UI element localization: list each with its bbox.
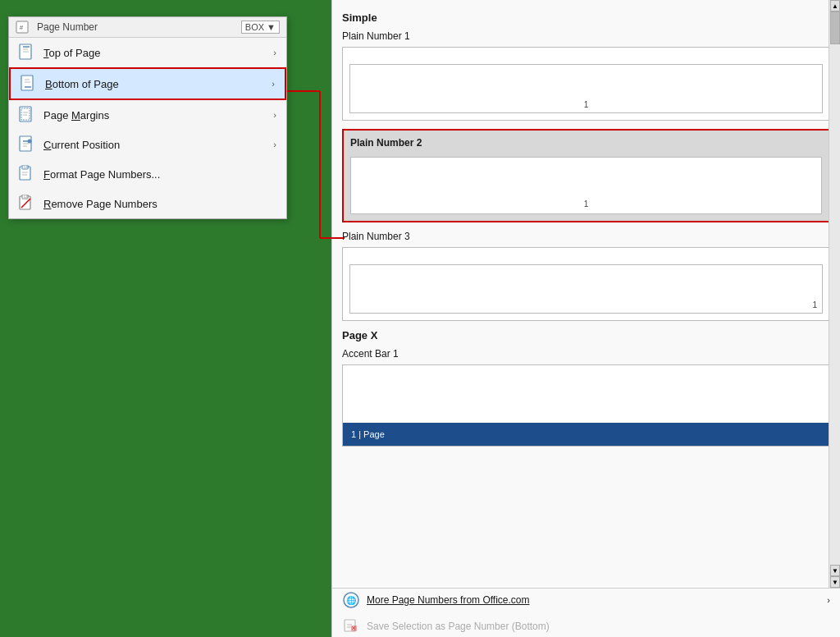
menu-item-remove-page-numbers[interactable]: 123 Remove Page Numbers xyxy=(9,189,286,218)
top-of-page-arrow: › xyxy=(273,48,276,57)
menu-item-current-position-label: Current Position xyxy=(43,139,270,151)
plain-number-1-label: Plain Number 1 xyxy=(342,30,830,42)
scrollbar-bottom-button[interactable]: ▼ xyxy=(830,576,840,588)
menu-item-bottom-of-page[interactable]: Bottom of Page › xyxy=(9,67,286,100)
plain-number-3-inner: 1 xyxy=(349,264,823,314)
section-simple-heading: Simple xyxy=(342,11,830,24)
page-margins-arrow: › xyxy=(273,110,276,120)
scrollbar-down-button[interactable]: ▼ xyxy=(830,565,840,576)
topbar-dropdown[interactable]: BOX ▼ xyxy=(241,21,280,34)
menu-item-format-page-numbers-label: Format Page Numbers... xyxy=(43,168,276,181)
plain-number-1-value: 1 xyxy=(584,100,589,109)
page-margins-icon xyxy=(17,106,35,124)
menu-item-top-of-page-label: Top of Page xyxy=(43,47,270,59)
dropdown-menu: # Page Number BOX ▼ Top of Page › xyxy=(8,16,287,219)
svg-text:#: # xyxy=(20,24,24,31)
menu-item-top-of-page[interactable]: Top of Page › xyxy=(9,38,286,67)
svg-text:🌐: 🌐 xyxy=(346,595,357,606)
footer-save-selection: Save Selection as Page Number (Bottom) xyxy=(332,613,840,638)
menu-item-page-margins[interactable]: Page Margins › xyxy=(9,100,286,130)
plain-number-2-value: 1 xyxy=(584,199,589,209)
footer-more-arrow: › xyxy=(827,595,830,605)
section-page-x-heading: Page X xyxy=(342,329,830,341)
section-page-x: Page X Accent Bar 1 1 | Page xyxy=(342,329,830,447)
plain-number-3-label: Plain Number 3 xyxy=(342,231,830,242)
plain-number-1-preview[interactable]: 1 xyxy=(342,47,830,121)
section-simple: Simple Plain Number 1 1 Plain Number 2 1… xyxy=(342,11,830,321)
plain-number-2-preview: 1 xyxy=(350,157,822,214)
accent-bar-inner: 1 | Page xyxy=(343,423,829,446)
svg-text:123: 123 xyxy=(24,195,30,199)
current-position-icon xyxy=(17,135,35,154)
page-number-icon: # xyxy=(16,21,32,34)
menu-item-current-position[interactable]: Current Position › xyxy=(9,130,286,159)
menu-item-page-margins-label: Page Margins xyxy=(43,109,270,121)
footer-more-numbers[interactable]: 🌐 More Page Numbers from Office.com › xyxy=(332,587,840,613)
page-top-icon xyxy=(17,44,35,62)
right-panel: Simple Plain Number 1 1 Plain Number 2 1… xyxy=(331,0,840,637)
svg-rect-6 xyxy=(21,76,33,90)
footer-save-label: Save Selection as Page Number (Bottom) xyxy=(367,621,550,632)
panel-scroll-area: Simple Plain Number 1 1 Plain Number 2 1… xyxy=(332,0,840,588)
save-selection-icon xyxy=(342,617,360,635)
svg-text:123: 123 xyxy=(24,165,30,169)
plain-number-1-inner: 1 xyxy=(349,64,823,113)
bottom-of-page-arrow: › xyxy=(272,79,275,89)
footer-more-numbers-label: More Page Numbers from Office.com xyxy=(367,594,530,606)
more-numbers-icon: 🌐 xyxy=(342,591,360,609)
panel-footer: 🌐 More Page Numbers from Office.com › Sa… xyxy=(332,588,840,637)
scrollbar-up-button[interactable]: ▲ xyxy=(830,0,840,11)
menu-item-format-page-numbers[interactable]: 123 Format Page Numbers... xyxy=(9,159,286,189)
menu-item-bottom-of-page-label: Bottom of Page xyxy=(45,78,268,90)
plain-number-2-container[interactable]: Plain Number 2 1 xyxy=(342,129,830,222)
topbar-label: Page Number xyxy=(37,21,236,33)
current-position-arrow: › xyxy=(273,140,276,149)
scrollbar-thumb[interactable] xyxy=(830,11,840,44)
remove-numbers-icon: 123 xyxy=(17,195,35,213)
page-bottom-icon xyxy=(19,75,37,93)
accent-bar-1-preview[interactable]: 1 | Page xyxy=(342,364,830,447)
menu-topbar: # Page Number BOX ▼ xyxy=(9,17,286,38)
plain-number-2-label: Plain Number 2 xyxy=(344,134,829,152)
format-numbers-icon: 123 xyxy=(17,165,35,183)
svg-point-18 xyxy=(28,140,32,144)
accent-bar-1-label: Accent Bar 1 xyxy=(342,348,830,360)
plain-number-3-preview[interactable]: 1 xyxy=(342,247,830,321)
scrollbar[interactable]: ▲ ▼ ▼ xyxy=(829,0,840,588)
plain-number-3-value: 1 xyxy=(812,300,817,309)
accent-bar-text: 1 | Page xyxy=(351,429,385,439)
menu-item-remove-page-numbers-label: Remove Page Numbers xyxy=(43,198,276,210)
